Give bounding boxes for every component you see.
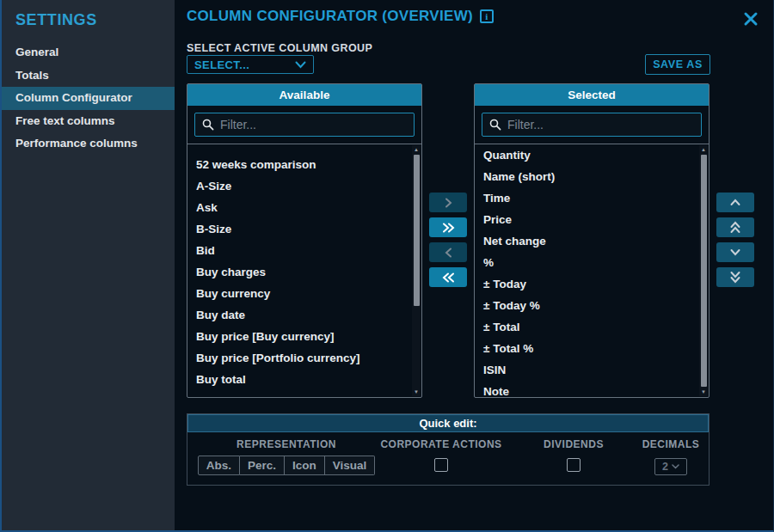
search-icon bbox=[202, 119, 214, 131]
double-chevron-up-icon bbox=[730, 221, 740, 234]
available-list: 52 weeks comparison A-Size Ask B-Size Bi… bbox=[187, 144, 421, 397]
available-panel: Available 52 weeks comparison A-Size Ask… bbox=[187, 83, 422, 398]
dividends-group: DIVIDENDS bbox=[514, 438, 633, 472]
list-item[interactable]: Buy price [Portfolio currency] bbox=[187, 347, 411, 369]
search-icon bbox=[489, 119, 501, 131]
list-item[interactable]: Buy charges bbox=[187, 261, 411, 283]
sidebar-item-label: Totals bbox=[15, 69, 49, 82]
available-scrollbar[interactable]: ▲ ▼ bbox=[412, 145, 421, 396]
sidebar-item-performance-columns[interactable]: Performance columns bbox=[2, 132, 175, 156]
representation-abs-button[interactable]: Abs. bbox=[198, 456, 240, 475]
list-item[interactable]: Note bbox=[475, 381, 698, 397]
list-item[interactable]: Buy total bbox=[187, 369, 411, 390]
sidebar-item-label: General bbox=[15, 46, 58, 58]
sidebar-item-free-text-columns[interactable]: Free text columns bbox=[2, 110, 175, 133]
settings-window: SETTINGS General Totals Column Configura… bbox=[0, 0, 774, 532]
list-item[interactable]: Net change bbox=[475, 230, 698, 252]
list-item[interactable]: ± Today % bbox=[475, 295, 698, 316]
move-down-button[interactable] bbox=[716, 242, 754, 262]
representation-label: REPRESENTATION bbox=[236, 438, 336, 450]
corporate-actions-group: CORPORATE ACTIONS bbox=[368, 438, 514, 472]
selected-panel: Selected Quantity Name (short) Time Pric… bbox=[474, 83, 710, 398]
transfer-buttons bbox=[422, 83, 474, 398]
selected-list: Quantity Name (short) Time Price Net cha… bbox=[475, 144, 709, 397]
column-group-select[interactable]: SELECT... bbox=[187, 55, 314, 74]
scrollbar-thumb[interactable] bbox=[414, 155, 420, 306]
list-item[interactable]: A-Size bbox=[187, 175, 411, 197]
selected-scrollbar[interactable]: ▲ ▼ bbox=[699, 145, 708, 396]
scroll-up-icon[interactable]: ▲ bbox=[699, 145, 708, 154]
list-item[interactable]: Ask bbox=[187, 197, 411, 218]
scroll-down-icon[interactable]: ▼ bbox=[412, 388, 421, 396]
quick-edit-section: Quick edit: REPRESENTATION Abs. Perc. Ic… bbox=[187, 413, 710, 486]
scroll-up-icon[interactable]: ▲ bbox=[412, 145, 421, 154]
move-all-right-button[interactable] bbox=[429, 217, 467, 237]
list-item[interactable]: % bbox=[475, 252, 698, 273]
chevron-down-icon bbox=[730, 248, 740, 256]
representation-icon-button[interactable]: Icon bbox=[285, 456, 325, 475]
available-filter-box bbox=[194, 113, 415, 137]
chevron-right-icon bbox=[445, 198, 452, 208]
decimals-label: DECIMALS bbox=[642, 438, 700, 450]
available-panel-header: Available bbox=[187, 84, 421, 106]
quick-edit-title: Quick edit: bbox=[187, 414, 709, 432]
decimals-select[interactable]: 2 bbox=[654, 458, 687, 475]
selected-filter-wrap bbox=[475, 106, 709, 144]
sidebar-title: SETTINGS bbox=[2, 0, 175, 41]
double-chevron-right-icon bbox=[442, 223, 455, 233]
selected-panel-header: Selected bbox=[475, 84, 709, 106]
info-icon[interactable]: i bbox=[480, 9, 494, 23]
scroll-down-icon[interactable]: ▼ bbox=[699, 388, 708, 396]
available-list-items: 52 weeks comparison A-Size Ask B-Size Bi… bbox=[187, 144, 411, 397]
representation-group: REPRESENTATION Abs. Perc. Icon Visual bbox=[205, 438, 368, 475]
sidebar-item-column-configurator[interactable]: Column Configurator bbox=[2, 87, 175, 110]
list-item[interactable]: Price bbox=[475, 209, 698, 230]
save-as-button[interactable]: SAVE AS bbox=[645, 54, 710, 75]
select-active-column-group-label: SELECT ACTIVE COLUMN GROUP bbox=[187, 42, 372, 54]
list-item[interactable]: Bid bbox=[187, 240, 411, 261]
scrollbar-thumb[interactable] bbox=[701, 155, 707, 387]
list-item[interactable]: B-Size bbox=[187, 218, 411, 240]
sidebar-item-general[interactable]: General bbox=[2, 41, 175, 64]
quick-edit-body: REPRESENTATION Abs. Perc. Icon Visual CO… bbox=[187, 432, 709, 485]
move-bottom-button[interactable] bbox=[716, 267, 754, 287]
list-item[interactable]: Ccy / Unit bbox=[187, 390, 411, 397]
reorder-buttons bbox=[710, 83, 754, 398]
move-top-button[interactable] bbox=[716, 217, 754, 237]
selected-list-items: Quantity Name (short) Time Price Net cha… bbox=[475, 144, 698, 397]
sidebar-item-totals[interactable]: Totals bbox=[2, 64, 175, 88]
move-left-button[interactable] bbox=[429, 242, 467, 262]
list-item[interactable]: Time bbox=[475, 187, 698, 209]
move-all-left-button[interactable] bbox=[429, 267, 467, 287]
list-item[interactable]: Buy date bbox=[187, 304, 411, 326]
representation-perc-button[interactable]: Perc. bbox=[240, 456, 285, 475]
list-item[interactable]: ± Total % bbox=[475, 338, 698, 359]
move-up-button[interactable] bbox=[716, 193, 754, 212]
move-right-button[interactable] bbox=[429, 193, 467, 212]
list-item[interactable]: ± Today bbox=[475, 273, 698, 295]
chevron-down-icon bbox=[672, 464, 679, 469]
list-item[interactable]: 52 weeks comparison bbox=[187, 154, 411, 175]
selected-filter-input[interactable] bbox=[507, 118, 694, 131]
list-item[interactable]: Buy currency bbox=[187, 283, 411, 304]
available-filter-wrap bbox=[187, 106, 421, 144]
list-item[interactable]: ± Total bbox=[475, 316, 698, 338]
available-filter-input[interactable] bbox=[220, 118, 407, 131]
close-icon[interactable] bbox=[743, 11, 759, 27]
sidebar: SETTINGS General Totals Column Configura… bbox=[2, 0, 175, 530]
save-as-label: SAVE AS bbox=[653, 58, 703, 70]
list-item[interactable]: ISIN bbox=[475, 359, 698, 381]
decimals-group: DECIMALS 2 bbox=[633, 438, 709, 475]
decimals-value: 2 bbox=[662, 461, 668, 473]
sidebar-item-label: Performance columns bbox=[15, 137, 138, 150]
dual-list-area: Available 52 weeks comparison A-Size Ask… bbox=[187, 83, 754, 398]
list-item[interactable]: Buy price [Buy currency] bbox=[187, 326, 411, 347]
list-item[interactable]: Quantity bbox=[475, 144, 698, 166]
page-title-text: COLUMN CONFIGURATOR (OVERVIEW) bbox=[187, 8, 473, 25]
page-title: COLUMN CONFIGURATOR (OVERVIEW) i bbox=[187, 8, 494, 25]
selected-filter-box bbox=[482, 113, 702, 137]
list-item[interactable]: Name (short) bbox=[475, 166, 698, 187]
dividends-checkbox[interactable] bbox=[567, 458, 580, 472]
corporate-actions-checkbox[interactable] bbox=[434, 458, 448, 472]
chevron-left-icon bbox=[445, 248, 452, 258]
